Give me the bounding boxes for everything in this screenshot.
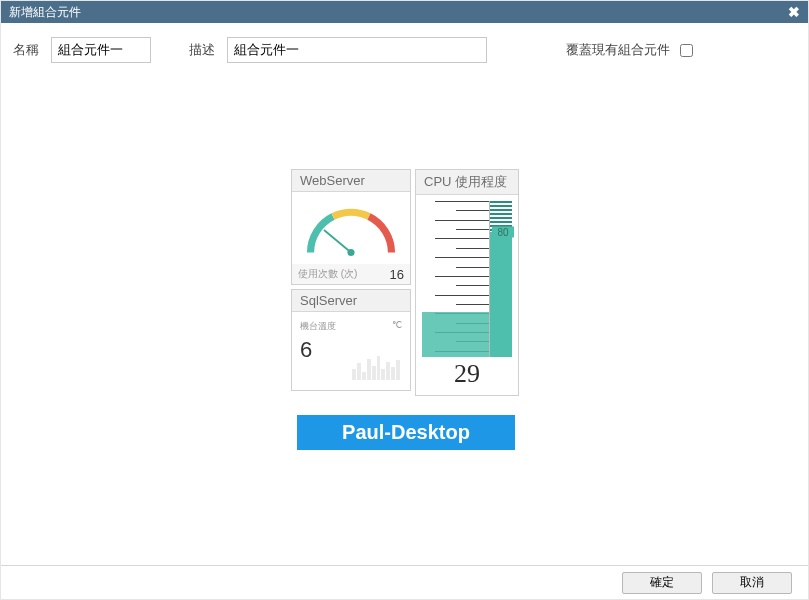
gauge-icon <box>296 194 406 266</box>
ok-button[interactable]: 確定 <box>622 572 702 594</box>
webserver-metric-value: 16 <box>390 267 404 282</box>
cpu-scale <box>422 201 490 357</box>
webserver-footer: 使用次數 (次) 16 <box>292 264 410 284</box>
cancel-button[interactable]: 取消 <box>712 572 792 594</box>
sqlserver-metric-label: 機台溫度 <box>300 320 336 333</box>
sparkline-icon <box>352 352 400 380</box>
cpu-body: 80 29 <box>416 195 518 395</box>
overwrite-label: 覆蓋現有組合元件 <box>566 41 670 59</box>
cpu-fill <box>422 312 489 357</box>
svg-line-0 <box>324 230 351 253</box>
dialog-titlebar: 新增組合元件 ✖ <box>1 1 808 23</box>
cpu-title: CPU 使用程度 <box>416 170 518 195</box>
webserver-title: WebServer <box>292 170 410 192</box>
svg-point-1 <box>347 249 354 256</box>
webserver-metric-label: 使用次數 (次) <box>298 267 357 281</box>
dialog: 新增組合元件 ✖ 名稱 描述 覆蓋現有組合元件 WebServer <box>0 0 809 600</box>
dialog-content: WebServer 使用次數 (次) 16 <box>1 63 808 565</box>
cpu-bar: 80 <box>490 201 512 357</box>
name-input[interactable] <box>51 37 151 63</box>
overwrite-checkbox[interactable] <box>680 44 693 57</box>
widget-group: WebServer 使用次數 (次) 16 <box>291 169 521 396</box>
sqlserver-body: 機台溫度 ℃ 6 <box>292 312 410 390</box>
desc-label: 描述 <box>189 41 215 59</box>
sqlserver-title: SqlServer <box>292 290 410 312</box>
dialog-footer: 確定 取消 <box>1 565 808 599</box>
widget-col-left: WebServer 使用次數 (次) 16 <box>291 169 411 396</box>
form-row: 名稱 描述 覆蓋現有組合元件 <box>1 23 808 63</box>
desc-input[interactable] <box>227 37 487 63</box>
webserver-card[interactable]: WebServer 使用次數 (次) 16 <box>291 169 411 285</box>
dialog-title: 新增組合元件 <box>9 1 81 23</box>
cpu-card[interactable]: CPU 使用程度 <box>415 169 519 396</box>
overwrite-wrap: 覆蓋現有組合元件 <box>566 41 696 60</box>
sqlserver-metric-unit: ℃ <box>392 320 402 333</box>
sqlserver-card[interactable]: SqlServer 機台溫度 ℃ 6 <box>291 289 411 391</box>
cpu-bar-label: 80 <box>492 227 514 238</box>
cpu-graph: 80 <box>422 201 512 357</box>
webserver-gauge: 使用次數 (次) 16 <box>292 192 410 284</box>
machine-name-badge: Paul-Desktop <box>297 415 515 450</box>
cpu-value: 29 <box>422 357 512 395</box>
close-icon[interactable]: ✖ <box>788 1 800 23</box>
name-label: 名稱 <box>13 41 39 59</box>
